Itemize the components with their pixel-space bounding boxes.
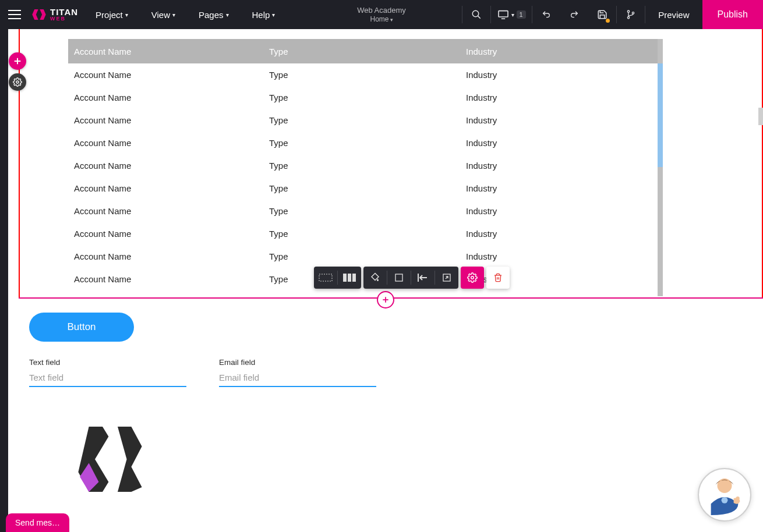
svg-point-24 <box>722 497 728 503</box>
main-menu: Project▾ View▾ Pages▾ Help▾ <box>84 0 287 29</box>
page-settings-fab[interactable] <box>9 73 26 91</box>
strip-2[interactable]: Button Text field Email field <box>19 299 763 532</box>
menu-project[interactable]: Project▾ <box>84 0 140 29</box>
cell-type: Type <box>269 138 466 148</box>
cell-industry: Industry <box>466 251 652 261</box>
et-border-button[interactable] <box>387 267 411 289</box>
email-field-input[interactable] <box>219 370 376 387</box>
text-field-label: Text field <box>29 358 186 367</box>
text-field-group: Text field <box>29 358 186 387</box>
menu-help[interactable]: Help▾ <box>241 0 287 29</box>
table-body: Account NameTypeIndustryAccount NameType… <box>68 63 658 290</box>
table-row[interactable]: Account NameTypeIndustry <box>68 200 658 222</box>
table-header-row: Account Name Type Industry <box>68 39 658 63</box>
cell-name: Account Name <box>74 251 269 261</box>
table-header-name: Account Name <box>74 47 269 56</box>
cell-name: Account Name <box>74 115 269 125</box>
left-rail <box>0 29 8 532</box>
text-field-input[interactable] <box>29 370 186 387</box>
et-open-button[interactable] <box>435 267 458 289</box>
chevron-down-icon: ▾ <box>226 12 229 18</box>
cell-name: Account Name <box>74 93 269 102</box>
redo-button[interactable] <box>560 0 588 29</box>
brand-sub: WEB <box>50 16 78 22</box>
add-strip-button[interactable] <box>377 291 394 308</box>
menu-toggle[interactable] <box>0 10 29 19</box>
image-element[interactable] <box>72 416 148 495</box>
et-margin-button[interactable] <box>314 267 337 289</box>
chevron-down-icon: ▾ <box>125 12 128 18</box>
cell-name: Account Name <box>74 274 269 284</box>
branch-button[interactable] <box>617 0 645 29</box>
cell-type: Type <box>269 70 466 80</box>
svg-point-0 <box>472 10 479 17</box>
search-button[interactable] <box>462 0 490 29</box>
email-field-group: Email field <box>219 358 376 387</box>
canvas-scrollbar-thumb[interactable] <box>758 108 763 125</box>
publish-button[interactable]: Publish <box>702 0 763 29</box>
table-row[interactable]: Account NameTypeIndustry <box>68 245 658 268</box>
et-fill-button[interactable] <box>363 267 387 289</box>
cell-industry: Industry <box>466 161 652 171</box>
device-count-badge: 1 <box>517 10 526 19</box>
add-element-fab[interactable] <box>9 52 26 70</box>
menu-pages[interactable]: Pages▾ <box>187 0 241 29</box>
table-scrollbar[interactable] <box>658 39 663 296</box>
send-message-button[interactable]: Send mes… <box>6 513 69 532</box>
chevron-down-icon: ▾ <box>272 12 275 18</box>
table-header-industry: Industry <box>466 47 652 56</box>
svg-rect-2 <box>499 11 508 17</box>
menu-view[interactable]: View▾ <box>140 0 187 29</box>
svg-rect-13 <box>352 274 356 282</box>
cell-industry: Industry <box>466 70 652 80</box>
brand-logo[interactable]: TITAN WEB <box>29 7 84 22</box>
demo-button[interactable]: Button <box>29 313 134 342</box>
power-table[interactable]: Account Name Type Industry Account NameT… <box>68 39 658 296</box>
svg-rect-12 <box>348 274 351 282</box>
logo-icon <box>31 7 47 22</box>
cell-type: Type <box>269 93 466 102</box>
element-toolbar <box>314 267 510 289</box>
cell-type: Type <box>269 161 466 171</box>
svg-point-25 <box>736 496 740 500</box>
cell-type: Type <box>269 229 466 239</box>
cell-name: Account Name <box>74 206 269 216</box>
table-row[interactable]: Account NameTypeIndustry <box>68 154 658 177</box>
device-selector[interactable]: ▾ 1 <box>491 10 532 19</box>
site-name: Web Academy <box>357 6 406 15</box>
et-delete-button[interactable] <box>486 267 510 289</box>
site-page-selector[interactable]: Web Academy Home▾ <box>357 6 406 23</box>
svg-point-9 <box>16 81 19 83</box>
cell-name: Account Name <box>74 70 269 80</box>
et-columns-button[interactable] <box>338 267 361 289</box>
cell-industry: Industry <box>466 206 652 216</box>
design-canvas[interactable]: Account Name Type Industry Account NameT… <box>8 29 763 532</box>
table-row[interactable]: Account NameTypeIndustry <box>68 63 658 86</box>
et-align-left-button[interactable] <box>411 267 435 289</box>
table-row[interactable]: Account NameTypeIndustry <box>68 177 658 200</box>
cell-name: Account Name <box>74 161 269 171</box>
undo-button[interactable] <box>532 0 560 29</box>
cell-industry: Industry <box>466 115 652 125</box>
save-button[interactable] <box>588 0 616 29</box>
preview-button[interactable]: Preview <box>645 0 702 29</box>
table-row[interactable]: Account NameTypeIndustry <box>68 132 658 154</box>
et-settings-button[interactable] <box>461 267 484 289</box>
chevron-down-icon: ▾ <box>172 12 175 18</box>
svg-line-1 <box>478 16 481 19</box>
table-row[interactable]: Account NameTypeIndustry <box>68 86 658 109</box>
cell-industry: Industry <box>466 229 652 239</box>
cell-type: Type <box>269 183 466 193</box>
scrollbar-thumb[interactable] <box>658 63 663 167</box>
cell-type: Type <box>269 206 466 216</box>
help-assistant[interactable] <box>698 468 751 522</box>
svg-point-23 <box>718 478 732 493</box>
table-row[interactable]: Account NameTypeIndustry <box>68 109 658 132</box>
table-row[interactable]: Account NameTypeIndustry <box>68 222 658 245</box>
top-toolbar: TITAN WEB Project▾ View▾ Pages▾ Help▾ We… <box>0 0 763 29</box>
toolbar-right: ▾ 1 Preview Publish <box>462 0 763 29</box>
cell-type: Type <box>269 115 466 125</box>
svg-point-5 <box>627 17 629 19</box>
cell-industry: Industry <box>466 93 652 102</box>
svg-rect-11 <box>343 274 347 282</box>
